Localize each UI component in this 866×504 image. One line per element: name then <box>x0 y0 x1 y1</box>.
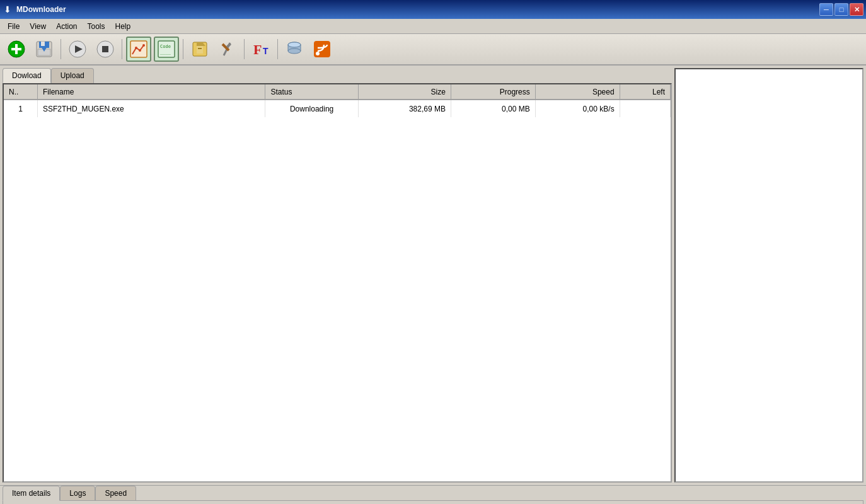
bottom-tab-bar: Item details Logs Speed <box>3 486 863 501</box>
cell-progress: 0,00 MB <box>451 100 535 117</box>
menu-bar: File View Action Tools Help <box>0 19 866 34</box>
details-panel: Destination: Available providers: Curren… <box>3 500 863 504</box>
cell-left <box>620 100 670 117</box>
main-tab-bar: Dowload Upload <box>3 68 672 83</box>
menu-action[interactable]: Action <box>51 20 82 33</box>
cell-size: 382,69 MB <box>358 100 451 117</box>
cell-speed: 0,00 kB/s <box>535 100 620 117</box>
save-button[interactable] <box>32 37 57 62</box>
separator-2 <box>122 39 122 59</box>
svg-point-15 <box>142 44 145 47</box>
font-button[interactable]: F T <box>248 37 274 62</box>
bottom-panel: Item details Logs Speed Destination: Ava… <box>0 485 866 504</box>
app-icon: ⬇ <box>3 4 13 14</box>
svg-point-35 <box>316 52 320 55</box>
main-content: Dowload Upload N.. Filename Status Size … <box>0 66 866 485</box>
download2-button[interactable] <box>187 37 212 62</box>
play-button[interactable] <box>65 37 90 62</box>
svg-text:F: F <box>253 42 262 57</box>
svg-point-31 <box>288 42 301 47</box>
separator-4 <box>244 39 245 59</box>
svg-rect-5 <box>41 42 45 46</box>
tab-upload[interactable]: Upload <box>51 68 94 83</box>
rss-button[interactable] <box>309 37 335 62</box>
svg-rect-11 <box>102 46 108 52</box>
col-filename[interactable]: Filename <box>38 84 265 100</box>
menu-view[interactable]: View <box>25 20 51 33</box>
title-bar: ⬇ MDownloader ─ □ ✕ <box>0 0 866 19</box>
left-panel: Dowload Upload N.. Filename Status Size … <box>3 68 672 483</box>
download-table-container: N.. Filename Status Size Progress Speed … <box>3 83 672 483</box>
col-number[interactable]: N.. <box>4 84 38 100</box>
svg-rect-16 <box>158 41 175 57</box>
menu-tools[interactable]: Tools <box>83 20 110 33</box>
tab-logs[interactable]: Logs <box>60 486 95 501</box>
title-bar-left: ⬇ MDownloader <box>3 4 66 14</box>
cell-number: 1 <box>4 100 38 117</box>
toolbar: Code ____ F T <box>0 34 866 66</box>
svg-point-14 <box>139 49 141 52</box>
app-title: MDownloader <box>16 5 66 14</box>
cell-filename: SSF2THD_MUGEN.exe <box>38 100 265 117</box>
separator-3 <box>183 39 183 59</box>
title-bar-controls: ─ □ ✕ <box>819 3 863 16</box>
svg-rect-21 <box>197 46 203 54</box>
separator-5 <box>277 39 278 59</box>
code-button[interactable]: Code ____ <box>154 37 179 62</box>
download-table: N.. Filename Status Size Progress Speed … <box>4 84 671 117</box>
add-button[interactable] <box>4 37 29 62</box>
right-panel <box>674 68 863 483</box>
svg-text:Code: Code <box>160 44 171 49</box>
svg-point-13 <box>135 47 137 49</box>
stop-button[interactable] <box>93 37 118 62</box>
menu-file[interactable]: File <box>3 20 25 33</box>
svg-rect-2 <box>11 48 21 50</box>
svg-text:____: ____ <box>160 50 171 55</box>
cell-status: Downloading <box>265 100 358 117</box>
col-size[interactable]: Size <box>358 84 451 100</box>
menu-help[interactable]: Help <box>110 20 136 33</box>
tab-speed[interactable]: Speed <box>95 486 136 501</box>
separator-1 <box>61 39 61 59</box>
table-row[interactable]: 1 SSF2THD_MUGEN.exe Downloading 382,69 M… <box>4 100 671 117</box>
col-speed[interactable]: Speed <box>535 84 620 100</box>
chart-button[interactable] <box>126 37 151 62</box>
tools-button[interactable] <box>215 37 240 62</box>
database-button[interactable] <box>282 37 307 62</box>
svg-text:T: T <box>263 46 268 56</box>
svg-point-30 <box>288 49 301 54</box>
close-button[interactable]: ✕ <box>850 3 863 16</box>
col-left[interactable]: Left <box>620 84 670 100</box>
minimize-button[interactable]: ─ <box>819 3 833 16</box>
maximize-button[interactable]: □ <box>834 3 848 16</box>
tab-download[interactable]: Dowload <box>3 68 51 83</box>
col-status[interactable]: Status <box>265 84 358 100</box>
svg-rect-22 <box>198 48 202 49</box>
col-progress[interactable]: Progress <box>451 84 535 100</box>
tab-item-details[interactable]: Item details <box>3 486 60 501</box>
